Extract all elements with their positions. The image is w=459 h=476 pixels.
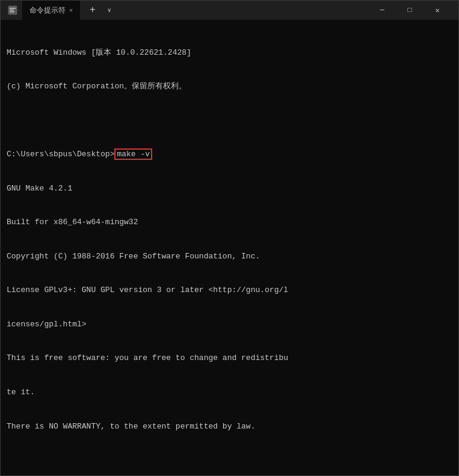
active-tab[interactable]: 命令提示符 ✕ <box>22 1 80 20</box>
output-line-4: GNU Make 4.2.1 <box>7 183 452 195</box>
output-line-6: Copyright (C) 1988-2016 Free Software Fo… <box>7 251 452 263</box>
output-line-blank-2 <box>7 455 452 466</box>
svg-rect-1 <box>10 8 16 9</box>
close-button[interactable]: ✕ <box>424 1 451 20</box>
svg-rect-3 <box>10 11 14 13</box>
output-line-7: License GPLv3+: GNU GPL version 3 or lat… <box>7 285 452 296</box>
minimize-button[interactable]: — <box>368 1 396 20</box>
dropdown-button[interactable]: ∨ <box>105 7 114 14</box>
window-controls: — □ ✕ <box>368 1 451 20</box>
command-1: make -v <box>117 150 150 159</box>
output-line-5: Built for x86_64-w64-mingw32 <box>7 217 452 228</box>
output-line-1: Microsoft Windows [版本 10.0.22621.2428] <box>7 47 452 59</box>
svg-rect-2 <box>10 10 14 11</box>
command-1-highlight: make -v <box>114 148 152 160</box>
output-line-11: There is NO WARRANTY, to the extent perm… <box>7 421 452 433</box>
new-tab-button[interactable]: + <box>85 5 100 16</box>
output-line-8: icenses/gpl.html> <box>7 319 452 331</box>
prompt-line-1: C:\Users\sbpus\Desktop>make -v <box>7 149 452 160</box>
tab-title: 命令提示符 <box>29 5 66 16</box>
output-line-blank-1 <box>7 115 452 127</box>
terminal-content[interactable]: Microsoft Windows [版本 10.0.22621.2428] (… <box>1 20 458 475</box>
maximize-button[interactable]: □ <box>396 1 424 20</box>
tab-close-btn[interactable]: ✕ <box>69 7 73 14</box>
terminal-window: 命令提示符 ✕ + ∨ — □ ✕ Microsoft Windows [版本 … <box>0 0 459 476</box>
output-line-10: te it. <box>7 387 452 398</box>
output-line-2: (c) Microsoft Corporation。保留所有权利。 <box>7 81 452 93</box>
prompt-1: C:\Users\sbpus\Desktop> <box>7 150 114 159</box>
window-icon <box>8 5 17 15</box>
title-bar: 命令提示符 ✕ + ∨ — □ ✕ <box>1 1 458 20</box>
output-line-9: This is free software: you are free to c… <box>7 353 452 364</box>
